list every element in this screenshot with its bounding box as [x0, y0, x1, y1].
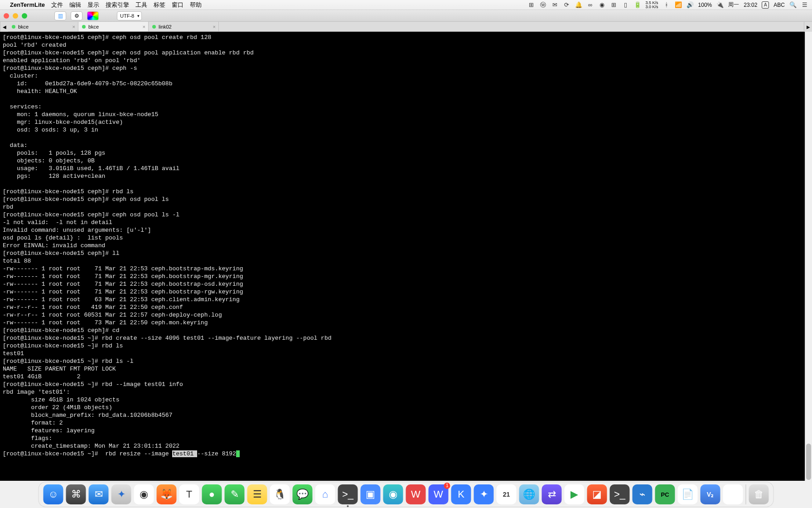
scrollbar-thumb[interactable]	[806, 444, 811, 480]
status-icon[interactable]: ✉	[551, 1, 559, 9]
status-dot-icon	[82, 25, 86, 29]
dock-play[interactable]: ▶	[565, 484, 585, 504]
dock-todo[interactable]: ◪	[587, 484, 607, 504]
dock-txt[interactable]: 📄	[678, 484, 698, 504]
term-line: -rw------- 1 root root 71 Mar 21 22:53 c…	[3, 273, 243, 280]
dock-vnc[interactable]: V₂	[701, 484, 720, 504]
term-line	[3, 181, 6, 187]
dock-koo[interactable]: K	[451, 484, 471, 504]
dock-term[interactable]: >_	[338, 484, 358, 504]
charging-icon: 🔌	[716, 1, 724, 9]
dock-globe[interactable]: 🌐	[519, 484, 539, 504]
tab-scroll-left[interactable]: ◀	[0, 22, 8, 32]
dock-pycharm[interactable]: PC	[655, 484, 675, 504]
dock-green1[interactable]: ●	[202, 484, 222, 504]
menu-tools[interactable]: 工具	[135, 1, 147, 9]
volume-icon[interactable]: 🔊	[686, 1, 694, 9]
tab-close-icon[interactable]: ×	[213, 24, 216, 29]
dock-remote[interactable]: ⇄	[542, 484, 562, 504]
dock-trash[interactable]: 🗑	[749, 484, 769, 504]
dock-wecom[interactable]: ⌂	[315, 484, 335, 504]
wifi-icon[interactable]: 📶	[675, 1, 682, 9]
dock-evernote[interactable]: ✎	[225, 484, 245, 504]
window-close-button[interactable]	[4, 13, 9, 19]
term-line: [root@linux-bkce-node15 ~]# rbd ls	[3, 342, 123, 349]
tab-label: link02	[159, 24, 172, 29]
status-icon[interactable]: ◉	[599, 1, 606, 9]
status-icon[interactable]: ∞	[587, 1, 594, 9]
dock-qq[interactable]: 🐧	[270, 484, 290, 504]
dock-tb[interactable]: ✦	[474, 484, 494, 504]
tab-close-icon[interactable]: ×	[143, 24, 145, 29]
status-icon[interactable]: ⊞	[610, 1, 618, 9]
status-icon[interactable]: ⊞	[528, 1, 535, 9]
window-maximize-button[interactable]	[22, 13, 27, 19]
clock-time[interactable]: 23:02	[744, 2, 757, 8]
macos-dock: ☺⌘✉✦◉🦊T●✎☰🐧💬⌂>_▣◉WW1K✦21🌐⇄▶◪>_⌁PC📄V₂✿🗑	[39, 482, 774, 507]
status-icon[interactable]: ⟳	[563, 1, 570, 9]
term-line: services:	[3, 103, 42, 110]
dock-firefox[interactable]: 🦊	[157, 484, 177, 504]
menu-search[interactable]: 搜索引擎	[106, 1, 129, 9]
dock-wps[interactable]: W	[406, 484, 426, 504]
menu-view[interactable]: 显示	[87, 1, 99, 9]
menu-icon[interactable]: ☰	[801, 1, 808, 9]
dock-wpsw[interactable]: W1	[429, 484, 449, 504]
menu-file[interactable]: 文件	[51, 1, 63, 9]
dock-launchpad[interactable]: ⌘	[66, 484, 86, 504]
tab-bkce-1[interactable]: bkce ×	[8, 22, 78, 31]
term-line: [root@linux-bkce-node15 ~]# rbd --image …	[3, 381, 183, 388]
menu-edit[interactable]: 编辑	[69, 1, 81, 9]
battery-icon[interactable]: 🔋	[634, 1, 641, 9]
app-name[interactable]: ZenTermLite	[10, 1, 45, 8]
toolbar-button[interactable]: ▥	[54, 11, 66, 20]
dock-separator	[746, 484, 746, 504]
term-line: pools: 1 pools, 128 pgs	[3, 150, 105, 156]
window-minimize-button[interactable]	[13, 13, 18, 19]
input-source[interactable]: ABC	[773, 2, 785, 8]
input-lang-icon[interactable]: A	[762, 1, 769, 9]
dock-wechat[interactable]: 💬	[293, 484, 313, 504]
term-line: usage: 3.01GiB used, 1.46TiB / 1.46TiB a…	[3, 165, 179, 172]
dock-vscode[interactable]: ⌁	[633, 484, 652, 504]
dock-finder[interactable]: ☺	[44, 484, 63, 504]
dock-zoom[interactable]: ▣	[361, 484, 381, 504]
bluetooth-icon[interactable]: ᚼ	[663, 1, 670, 9]
menu-help[interactable]: 帮助	[190, 1, 202, 9]
battery-percent[interactable]: 100%	[698, 2, 712, 8]
macos-menubar: ZenTermLite 文件 编辑 显示 搜索引擎 工具 标签 窗口 帮助 ⊞ …	[0, 0, 812, 10]
tab-bar: bkce × bkce × link02 ×	[0, 22, 812, 32]
term-line: enabled application 'rbd' on pool 'rbd'	[3, 57, 140, 64]
color-button[interactable]	[87, 11, 99, 20]
dock-cal[interactable]: 21	[497, 484, 517, 504]
scrollbar[interactable]	[805, 32, 812, 481]
tab-close-icon[interactable]: ×	[72, 24, 75, 29]
term-line: size 4GiB in 1024 objects	[3, 396, 119, 403]
clock-day[interactable]: 周一	[728, 1, 739, 9]
tab-bkce-2[interactable]: bkce ×	[78, 22, 149, 31]
tab-scroll-right[interactable]: ▶	[804, 22, 812, 32]
status-icon[interactable]: ⓦ	[540, 1, 547, 9]
term-line: [root@linux-bkce-node15 ~]# rbd ls -l	[3, 358, 134, 365]
status-icon[interactable]: 🔔	[575, 1, 582, 9]
dock-notes[interactable]: ☰	[247, 484, 267, 504]
dock-chrome[interactable]: ◉	[134, 484, 154, 504]
terminal-output[interactable]: [root@linux-bkce-node15 ceph]# ceph osd …	[0, 32, 805, 481]
dock-safari[interactable]: ✦	[111, 484, 131, 504]
search-icon[interactable]: 🔍	[789, 1, 797, 9]
dock-edge[interactable]: ◉	[383, 484, 403, 504]
dock-flower[interactable]: ✿	[723, 484, 743, 504]
menu-tabs[interactable]: 标签	[154, 1, 165, 9]
term-line: [root@linux-bkce-node15 ~]# rbd create -…	[3, 335, 332, 342]
term-line: -rw------- 1 root root 71 Mar 21 22:53 c…	[3, 288, 243, 295]
tab-link02[interactable]: link02 ×	[149, 22, 219, 31]
encoding-select[interactable]: UTF-8	[117, 11, 142, 20]
dock-term2[interactable]: >_	[610, 484, 630, 504]
status-icon[interactable]: ▯	[622, 1, 629, 9]
dock-text[interactable]: T	[179, 484, 199, 504]
dock-mail[interactable]: ✉	[89, 484, 109, 504]
settings-button[interactable]: ⚙	[71, 11, 82, 20]
menu-window[interactable]: 窗口	[172, 1, 184, 9]
term-line: [root@linux-bkce-node15 ceph]# rbd ls	[3, 188, 134, 195]
term-prompt-line: [root@linux-bkce-node15 ~]# rbd resize -…	[3, 450, 240, 457]
